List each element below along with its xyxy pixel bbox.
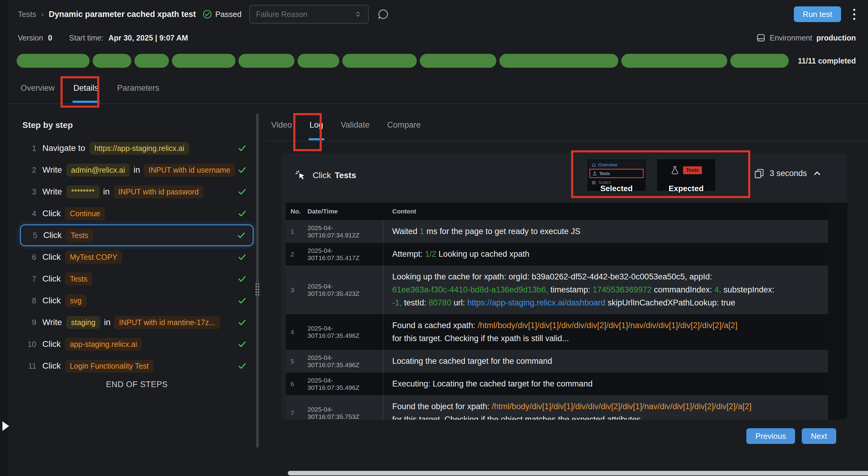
- step-row[interactable]: 3 Write ********inINPUT with id password: [20, 181, 254, 203]
- log-value-green: 80780: [429, 298, 451, 307]
- screenshots-annotation-box: Overview Tests ▦ Suites Selected: [571, 150, 750, 198]
- log-row-timestamp: 2025-04-30T16:07:35.496Z: [308, 373, 384, 395]
- step-success-check-icon: [237, 317, 247, 327]
- step-action: Write: [42, 165, 62, 175]
- log-row[interactable]: 4 2025-04-30T16:07:35.496Z Found a cache…: [286, 314, 828, 350]
- log-row[interactable]: 5 2025-04-30T16:07:35.496Z Locating the …: [286, 350, 828, 373]
- horizontal-scrollbar[interactable]: [288, 471, 868, 475]
- step-success-check-icon: [237, 209, 247, 218]
- tab-compare[interactable]: Compare: [385, 118, 423, 141]
- log-value-green: 1: [420, 227, 424, 236]
- step-row[interactable]: 1 Navigate to https://app-staging.relicx…: [20, 137, 254, 159]
- log-text: timestamp:: [548, 285, 593, 294]
- log-row-content: Found a cached xpath: /html/body/div[1]/…: [384, 314, 828, 350]
- table-scroll-gutter[interactable]: [828, 203, 847, 420]
- test-run-page: Tests › Dynamic parameter cached xpath t…: [0, 0, 868, 476]
- detail-tabs: Video Log Validate Compare: [269, 118, 423, 141]
- collapsed-sidebar-rail: [0, 0, 9, 476]
- log-row-number: 5: [286, 350, 308, 373]
- step-row[interactable]: 2 Write admin@relicx.aiinINPUT with id u…: [20, 159, 254, 181]
- run-test-button[interactable]: Run test: [794, 6, 841, 22]
- progress-bar: 11/11 completed: [17, 54, 856, 68]
- collapse-chevron-icon[interactable]: [812, 168, 822, 178]
- duration-cluster: 3 seconds: [754, 165, 822, 182]
- tab-parameters[interactable]: Parameters: [115, 82, 162, 103]
- step-connector-text: in: [103, 187, 110, 197]
- log-row-timestamp: 2025-04-30T16:07:35.496Z: [308, 350, 384, 373]
- step-target: Tests: [65, 272, 92, 285]
- tab-video[interactable]: Video: [269, 118, 294, 141]
- selected-screenshot-thumbnail[interactable]: Overview Tests ▦ Suites Selected: [587, 159, 646, 191]
- log-text: Looking up cached xpath: [436, 249, 530, 259]
- log-value-blue[interactable]: https://app-staging.relicx.ai/dashboard: [467, 298, 605, 307]
- step-target-chip: INPUT with id password: [113, 185, 204, 198]
- log-row[interactable]: 2 2025-04-30T16:07:35.417Z Attempt: 1/2 …: [286, 243, 828, 266]
- expand-sidebar-arrow-icon[interactable]: [2, 421, 9, 431]
- mini-nav-overview-label: Overview: [598, 162, 617, 167]
- panel-resizer-scrollbar[interactable]: [256, 113, 259, 448]
- breadcrumb-chevron-icon: ›: [41, 9, 44, 19]
- tab-details[interactable]: Details: [71, 82, 101, 103]
- log-text: substepIndex:: [721, 285, 774, 294]
- step-row[interactable]: 4 Click Continue: [20, 203, 254, 225]
- progress-segment: [172, 54, 236, 68]
- log-table-header: No. Date/Time Content: [286, 203, 828, 220]
- tab-overview[interactable]: Overview: [18, 82, 57, 103]
- step-row[interactable]: 11 Click Login Functionality Test: [20, 355, 254, 377]
- step-row[interactable]: 9 Write staginginINPUT with id mantine-1…: [20, 311, 254, 333]
- progress-segment: [239, 54, 294, 68]
- step-row[interactable]: 10 Click app-staging.relicx.ai: [20, 333, 254, 355]
- step-number: 8: [24, 296, 36, 305]
- mini-nav-overview: Overview: [589, 161, 644, 169]
- breadcrumb-tests-link[interactable]: Tests: [18, 10, 36, 19]
- log-text: Found the object for xpath:: [392, 402, 492, 411]
- step-action: Click: [42, 209, 61, 218]
- expected-highlight-label: Tests: [683, 166, 702, 174]
- expected-screenshot-thumbnail[interactable]: Tests Expected: [657, 159, 715, 191]
- step-connector-text: in: [104, 317, 111, 327]
- log-row-timestamp: 2025-04-30T16:07:35.496Z: [308, 314, 384, 350]
- comment-bubble-icon[interactable]: [377, 8, 389, 20]
- step-row[interactable]: 6 Click MyTest COPY: [20, 246, 254, 268]
- copy-icon[interactable]: [754, 168, 764, 178]
- log-row-number: 2: [286, 243, 308, 266]
- step-target: staginginINPUT with id mantine-17z...: [66, 316, 220, 329]
- tab-log[interactable]: Log: [307, 118, 326, 141]
- chevron-updown-icon: [354, 10, 362, 18]
- next-step-button[interactable]: Next: [802, 428, 836, 444]
- step-target-chip: admin@relicx.ai: [66, 164, 130, 177]
- step-target-chip: INPUT with id mantine-17z...: [114, 316, 220, 329]
- environment-label: Environment: [770, 34, 812, 42]
- log-row[interactable]: 7 2025-04-30T16:07:35.753Z Found the obj…: [286, 395, 828, 420]
- steps-list: 1 Navigate to https://app-staging.relicx…: [20, 137, 254, 377]
- home-icon: [592, 163, 596, 167]
- log-row-number: 6: [286, 373, 308, 395]
- log-text: skipUrlInCachedXPathLookup: true: [605, 298, 735, 307]
- log-rows: 1 2025-04-30T16:07:34.912Z Waited 1 ms f…: [286, 220, 828, 420]
- meta-bar: Version 0 Start time: Apr 30, 2025 | 9:0…: [9, 28, 868, 47]
- log-row-timestamp: 2025-04-30T16:07:35.423Z: [308, 266, 384, 314]
- step-target: Login Functionality Test: [65, 360, 154, 373]
- log-card: Click Tests 3 seconds No. Date/Time Cont…: [281, 153, 847, 420]
- step-success-check-icon: [237, 274, 247, 284]
- step-navigation: Previous Next: [746, 428, 836, 444]
- flask-icon: [593, 171, 597, 176]
- step-row[interactable]: 7 Click Tests: [20, 268, 254, 290]
- step-row[interactable]: 5 Click Tests: [20, 225, 254, 246]
- progress-segment: [499, 54, 618, 68]
- log-row[interactable]: 6 2025-04-30T16:07:35.496Z Executing: Lo…: [286, 373, 828, 395]
- previous-step-button[interactable]: Previous: [746, 428, 795, 444]
- log-row[interactable]: 3 2025-04-30T16:07:35.423Z Looking up th…: [286, 266, 828, 314]
- more-options-kebab-icon[interactable]: [851, 7, 857, 22]
- step-row[interactable]: 8 Click svg: [20, 290, 254, 311]
- step-target-chip: Continue: [65, 207, 105, 220]
- log-row[interactable]: 1 2025-04-30T16:07:34.912Z Waited 1 ms f…: [286, 220, 828, 243]
- failure-reason-select[interactable]: Failure Reason: [249, 5, 369, 24]
- step-action: Click: [42, 274, 61, 284]
- step-number: 9: [24, 318, 36, 327]
- resizer-grip-icon[interactable]: [254, 283, 260, 296]
- tab-validate[interactable]: Validate: [338, 118, 372, 141]
- log-value-orange: /html/body/div[1]/div[1]/div/div/div[2]/…: [477, 321, 737, 330]
- step-number: 6: [24, 252, 36, 262]
- progress-segment: [298, 54, 339, 68]
